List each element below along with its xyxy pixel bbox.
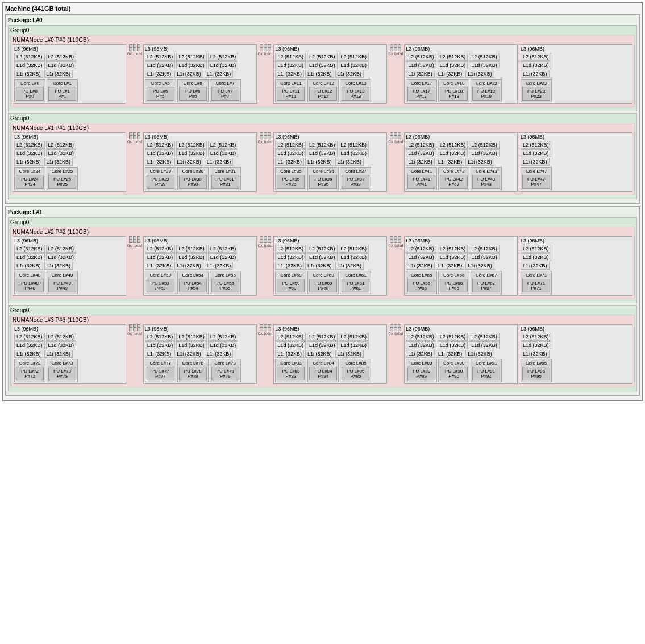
core-title: Core L#11 <box>277 81 305 86</box>
pu-box: PU L#41P#41 <box>407 175 435 189</box>
l3-title: L3 (96MB) <box>406 46 516 52</box>
core-box: Core L#53 PU L#53P#53 <box>145 271 176 294</box>
core-row: Core L#23 PU L#23P#23 <box>521 79 631 102</box>
l1d-row: L1d (32KB) <box>521 149 631 157</box>
dots-indicator: 6x total <box>388 44 403 104</box>
l2-box: L2 (512KB) <box>406 333 436 341</box>
group-box: Group0 NUMANode L#3 P#3 (110GB) L3 (96MB… <box>8 305 637 391</box>
l2-box: L2 (512KB) <box>307 245 338 253</box>
l3-block: L3 (96MB) L2 (512KB)L2 (512KB) L1d (32KB… <box>13 236 126 296</box>
l2-row: L2 (512KB)L2 (512KB)L2 (512KB) <box>275 53 385 61</box>
l2-box: L2 (512KB) <box>208 53 239 61</box>
l2-box: L2 (512KB) <box>307 53 338 61</box>
core-title: Core L#59 <box>277 273 305 278</box>
l3-block: L3 (96MB) L2 (512KB)L2 (512KB)L2 (512KB)… <box>404 236 518 296</box>
l2-box: L2 (512KB) <box>46 53 77 61</box>
l3-title: L3 (96MB) <box>275 46 385 52</box>
l2-box: L2 (512KB) <box>176 53 207 61</box>
core-title: Core L#73 <box>48 361 76 366</box>
l2-row: L2 (512KB)L2 (512KB)L2 (512KB) <box>145 245 255 253</box>
core-title: Core L#67 <box>472 273 500 278</box>
l1i-row: L1i (32KB)L1i (32KB)L1i (32KB) <box>275 158 385 166</box>
dots-label: 6x total <box>258 331 273 336</box>
l3-block: L3 (96MB) L2 (512KB)L2 (512KB)L2 (512KB)… <box>404 324 518 384</box>
core-title: Core L#19 <box>472 81 500 86</box>
l2-row: L2 (512KB)L2 (512KB)L2 (512KB) <box>406 245 516 253</box>
core-box: Core L#25 PU L#25P#25 <box>47 167 78 190</box>
core-box: Core L#65 PU L#65P#65 <box>406 271 437 294</box>
l1i-box: L1i (32KB) <box>14 158 43 166</box>
l1i-box: L1i (32KB) <box>145 70 174 78</box>
core-box: Core L#37 PU L#37P#37 <box>340 167 371 190</box>
core-box: Core L#1 PU L#1P#1 <box>47 79 78 102</box>
core-box: Core L#13 PU L#13P#13 <box>340 79 371 102</box>
dots-indicator: 6x total <box>388 324 403 384</box>
l2-row: L2 (512KB) <box>521 333 631 341</box>
l2-row: L2 (512KB)L2 (512KB)L2 (512KB) <box>145 53 255 61</box>
l2-box: L2 (512KB) <box>14 333 45 341</box>
core-row: Core L#29 PU L#29P#29 Core L#30 PU L#30P… <box>145 167 255 190</box>
l1i-box: L1i (32KB) <box>465 350 494 358</box>
package-title: Package L#0 <box>8 17 637 23</box>
core-title: Core L#47 <box>522 169 550 174</box>
l2-box: L2 (512KB) <box>176 245 207 253</box>
core-box: Core L#95 PU L#95P#95 <box>521 359 552 382</box>
core-row: Core L#83 PU L#83P#83 Core L#84 PU L#84P… <box>275 359 385 382</box>
pu-box: PU L#29P#29 <box>147 175 174 189</box>
dots-indicator: 6x total <box>388 132 403 192</box>
l2-box: L2 (512KB) <box>469 53 500 61</box>
pu-box: PU L#73P#73 <box>48 367 76 380</box>
l1d-box: L1d (32KB) <box>438 341 468 349</box>
l1i-box: L1i (32KB) <box>335 158 364 166</box>
core-box: Core L#61 PU L#61P#61 <box>340 271 371 294</box>
core-title: Core L#49 <box>48 273 76 278</box>
pu-box: PU L#77P#77 <box>147 367 174 380</box>
pu-box: PU L#12P#12 <box>309 87 337 101</box>
core-row: Core L#48 PU L#48P#48 Core L#49 PU L#49P… <box>14 271 124 294</box>
l1d-box: L1d (32KB) <box>406 149 436 157</box>
l2-box: L2 (512KB) <box>469 245 500 253</box>
dots-label: 6x total <box>258 139 273 144</box>
l1i-row: L1i (32KB) <box>521 350 631 358</box>
core-title: Core L#65 <box>407 273 435 278</box>
pu-box: PU L#11P#11 <box>277 87 305 101</box>
l2-box: L2 (512KB) <box>176 141 207 149</box>
dots-label: 6x total <box>388 243 403 248</box>
pu-box: PU L#24P#24 <box>16 175 44 189</box>
l1d-box: L1d (32KB) <box>406 253 436 261</box>
l1d-box: L1d (32KB) <box>46 61 77 69</box>
core-box: Core L#19 PU L#19P#19 <box>471 79 502 102</box>
pu-box: PU L#59P#59 <box>277 279 305 292</box>
core-title: Core L#42 <box>440 169 468 174</box>
core-box: Core L#91 PU L#91P#91 <box>471 359 502 382</box>
l3-block: L3 (96MB) L2 (512KB)L2 (512KB)L2 (512KB)… <box>143 132 257 192</box>
l1d-box: L1d (32KB) <box>469 253 500 261</box>
l1d-row: L1d (32KB)L1d (32KB)L1d (32KB) <box>275 253 385 261</box>
core-box: Core L#42 PU L#42P#42 <box>438 167 469 190</box>
l1d-box: L1d (32KB) <box>521 341 551 349</box>
group-title: Group0 <box>10 115 635 122</box>
l1i-box: L1i (32KB) <box>275 350 304 358</box>
l3-block: L3 (96MB) L2 (512KB)L2 (512KB)L2 (512KB)… <box>273 236 387 296</box>
pu-box: PU L#42P#42 <box>440 175 468 189</box>
l1d-box: L1d (32KB) <box>208 61 239 69</box>
pu-box: PU L#36P#36 <box>309 175 337 189</box>
l1d-box: L1d (32KB) <box>145 341 176 349</box>
pu-box: PU L#18P#18 <box>440 87 468 101</box>
pu-box: PU L#35P#35 <box>277 175 305 189</box>
l1d-box: L1d (32KB) <box>145 253 176 261</box>
core-box: Core L#77 PU L#77P#77 <box>145 359 176 382</box>
l2-row: L2 (512KB) <box>521 53 631 61</box>
core-box: Core L#7 PU L#7P#7 <box>210 79 241 102</box>
l1i-box: L1i (32KB) <box>406 262 435 270</box>
l1d-row: L1d (32KB)L1d (32KB)L1d (32KB) <box>145 341 255 349</box>
numa-title: NUMANode L#1 P#1 (110GB) <box>13 125 632 131</box>
core-box: Core L#17 PU L#17P#17 <box>406 79 437 102</box>
l1i-box: L1i (32KB) <box>174 262 203 270</box>
l3-block: L3 (96MB) L2 (512KB) L1d (32KB) L1i (32K… <box>519 236 632 296</box>
core-box: Core L#24 PU L#24P#24 <box>14 167 45 190</box>
l2-row: L2 (512KB)L2 (512KB)L2 (512KB) <box>406 141 516 149</box>
l3-title: L3 (96MB) <box>521 46 631 52</box>
core-box: Core L#83 PU L#83P#83 <box>275 359 306 382</box>
core-box: Core L#78 PU L#78P#78 <box>177 359 209 382</box>
